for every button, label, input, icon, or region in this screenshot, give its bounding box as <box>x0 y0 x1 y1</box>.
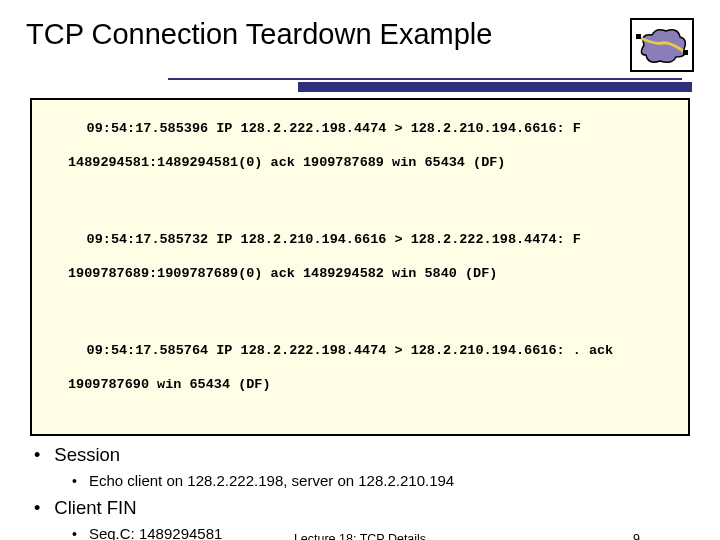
footer-page-number: 9 <box>633 532 640 540</box>
title-row: TCP Connection Teardown Example <box>26 18 694 72</box>
packet-2-line2: 1909787689:1909787689(0) ack 1489294582 … <box>38 266 682 283</box>
packet-1: 09:54:17.585396 IP 128.2.222.198.4474 > … <box>38 104 682 205</box>
svg-rect-0 <box>636 34 641 39</box>
bullet-client-fin: •Client FIN <box>26 497 694 519</box>
packet-1-line1: 09:54:17.585396 IP 128.2.222.198.4474 > … <box>87 121 581 136</box>
packet-2-line1: 09:54:17.585732 IP 128.2.210.194.6616 > … <box>87 232 581 247</box>
svg-rect-1 <box>683 50 688 55</box>
packet-trace-box: 09:54:17.585396 IP 128.2.222.198.4474 > … <box>30 98 690 436</box>
bullet-session-sub: •Echo client on 128.2.222.198, server on… <box>26 472 694 489</box>
bullet-session-label: Session <box>54 444 120 465</box>
packet-3-line2: 1909787690 win 65434 (DF) <box>38 377 682 394</box>
bullet-client-fin-sub-label: Seq.C: 1489294581 <box>89 525 222 540</box>
footer-lecture-label: Lecture 18: TCP Details <box>294 532 426 540</box>
bullet-session: •Session <box>26 444 694 466</box>
slide: TCP Connection Teardown Example 09:54:17… <box>0 0 720 540</box>
packet-3-line1: 09:54:17.585764 IP 128.2.222.198.4474 > … <box>87 343 614 358</box>
bullet-list: •Session •Echo client on 128.2.222.198, … <box>26 444 694 540</box>
packet-3: 09:54:17.585764 IP 128.2.222.198.4474 > … <box>38 327 682 428</box>
network-cloud-icon <box>630 18 694 72</box>
bullet-session-sub-label: Echo client on 128.2.222.198, server on … <box>89 472 454 489</box>
title-rule <box>26 78 694 92</box>
bullet-client-fin-label: Client FIN <box>54 497 136 518</box>
slide-title: TCP Connection Teardown Example <box>26 18 620 51</box>
packet-1-line2: 1489294581:1489294581(0) ack 1909787689 … <box>38 155 682 172</box>
packet-2: 09:54:17.585732 IP 128.2.210.194.6616 > … <box>38 215 682 316</box>
